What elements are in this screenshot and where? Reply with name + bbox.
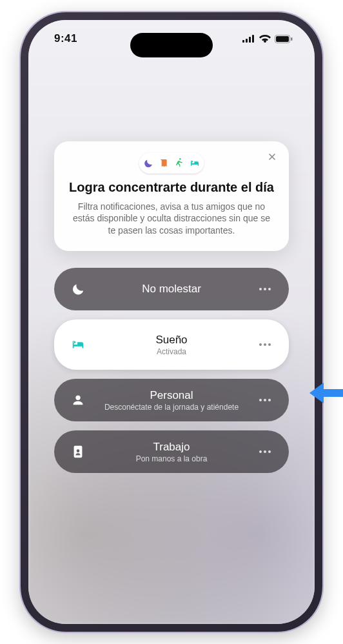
more-button[interactable]: [253, 277, 277, 301]
more-button[interactable]: [253, 332, 277, 357]
more-icon: [259, 343, 271, 346]
callout-arrow: [309, 380, 343, 406]
badge-icon: [66, 439, 90, 464]
status-time: 9:41: [54, 32, 77, 45]
focus-icons-row: [68, 153, 275, 174]
more-button[interactable]: [253, 439, 277, 464]
close-button[interactable]: [264, 149, 280, 165]
arrow-left-icon: [309, 380, 343, 406]
svg-rect-7: [321, 389, 343, 397]
svg-rect-3: [252, 35, 254, 43]
more-icon: [259, 288, 271, 290]
focus-label: Trabajo: [153, 441, 190, 454]
phone-frame: 9:41: [21, 12, 322, 632]
bed-icon: [66, 332, 90, 357]
svg-rect-5: [276, 36, 289, 42]
focus-intro-card: Logra concentrarte durante el día Filtra…: [54, 141, 289, 251]
bed-icon: [186, 154, 204, 172]
focus-list: No molestar Sueño Activada: [54, 268, 289, 473]
card-body: Filtra notificaciones, avisa a tus amigo…: [68, 201, 275, 237]
svg-rect-6: [291, 37, 293, 41]
focus-label: Personal: [150, 389, 193, 402]
focus-item-work[interactable]: Trabajo Pon manos a la obra: [54, 430, 289, 473]
battery-icon: [275, 35, 293, 43]
more-button[interactable]: [253, 388, 277, 412]
focus-label: No molestar: [142, 283, 201, 296]
focus-item-personal[interactable]: Personal Desconéctate de la jornada y at…: [54, 379, 289, 421]
dynamic-island: [130, 33, 213, 57]
svg-rect-0: [242, 40, 244, 43]
wifi-icon: [259, 35, 271, 43]
focus-sub: Desconéctate de la jornada y atiéndete: [104, 403, 239, 412]
more-icon: [259, 399, 271, 401]
status-indicators: [242, 35, 293, 43]
focus-sub: Activada: [157, 347, 186, 356]
focus-label: Sueño: [155, 334, 187, 347]
screen: 9:41: [28, 20, 315, 624]
close-icon: [268, 153, 276, 161]
focus-sub: Pon manos a la obra: [136, 454, 208, 463]
focus-item-do-not-disturb[interactable]: No molestar: [54, 268, 289, 310]
svg-rect-1: [246, 39, 248, 43]
moon-icon: [66, 277, 90, 301]
cellular-icon: [242, 35, 255, 43]
focus-item-sleep[interactable]: Sueño Activada: [54, 319, 289, 370]
svg-rect-2: [249, 37, 251, 43]
more-icon: [259, 450, 271, 453]
card-title: Logra concentrarte durante el día: [68, 180, 275, 196]
person-icon: [66, 388, 90, 412]
